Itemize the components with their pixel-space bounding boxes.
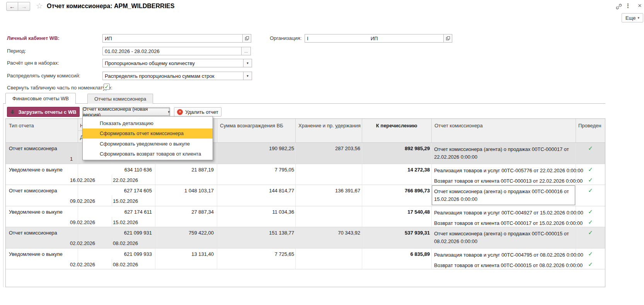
cell-sales-sum: 759 422,00 — [155, 230, 214, 236]
header-report-type[interactable]: Тип отчета — [6, 119, 78, 142]
tab-commissioner-reports[interactable]: Отчеты комиссионера — [87, 94, 153, 104]
menu-item-show-details[interactable]: Показать детализацию — [83, 118, 213, 129]
menu-item-create-buyout-notice[interactable]: Сформировать уведомление о выкупе — [83, 139, 213, 149]
doc-link[interactable]: Возврат товаров от клиента 00ТС-000015 о… — [434, 262, 583, 269]
cell-report-number: 627 174 611 — [78, 209, 152, 215]
close-icon[interactable]: × — [638, 2, 642, 10]
cell-posted: ✓ ✓ — [576, 206, 605, 227]
posted-check-icon: ✓ — [576, 187, 605, 194]
cell-date-to: 15.02.2026 — [113, 198, 138, 204]
table-body: Отчет комиссионера 1 190 982,25 287 203,… — [6, 143, 605, 269]
doc-link[interactable]: Реализация товаров и услуг 00ТС-005776 о… — [434, 167, 583, 175]
get-link-icon[interactable] — [615, 3, 622, 11]
collapse-checkbox[interactable]: ✓ — [104, 84, 110, 90]
nav-history-group: ← → — [6, 2, 30, 11]
period-field[interactable] — [102, 47, 242, 55]
set-prices-select[interactable] — [102, 59, 244, 67]
chevron-down-icon: ▾ — [247, 61, 249, 65]
kebab-menu-icon[interactable]: ⋮ — [625, 2, 631, 9]
posted-check-icon: ✓ — [576, 261, 605, 268]
cell-sales-sum: 27 887,34 — [155, 209, 214, 215]
menu-item-create-client-return[interactable]: Сформировать возврат товаров от клиента — [83, 149, 213, 159]
cell-posted: ✓ ✓ — [576, 248, 605, 269]
cell-transfer-sum: 766 896,73 — [362, 188, 430, 194]
more-button[interactable]: Еще ▾ — [622, 13, 643, 22]
distribute-dropdown-button[interactable]: ▾ — [244, 72, 252, 80]
header-storage[interactable]: Хранение и пр. удержания — [295, 119, 362, 142]
open-ref-icon — [245, 36, 249, 41]
delete-circle-icon: ✕ — [177, 109, 183, 115]
distribute-select[interactable] — [102, 72, 244, 80]
menu-item-create-commissioner-report[interactable]: Сформировать отчет комиссионера — [83, 129, 213, 139]
header-posted[interactable]: Проведен — [576, 119, 605, 142]
distribute-label: Распределять сумму комиссий: — [7, 73, 80, 79]
distribute-value[interactable] — [103, 72, 243, 80]
cell-commissioner-docs: Реализация товаров и услуг 00ТС-004927 о… — [434, 206, 572, 227]
header-commissioner-report[interactable]: Отчет комиссионера — [431, 119, 576, 142]
cell-reward-sum: 151 138,77 — [217, 230, 294, 236]
header-separator — [431, 119, 432, 143]
chevron-down-icon: ▾ — [247, 74, 249, 78]
collapse-row: Свернуть табличную часть по номенклатуре… — [0, 84, 644, 92]
report-version-menu-button[interactable]: Отчет комиссионера (новая версия) ▾ — [82, 107, 170, 117]
doc-link[interactable]: Возврат товаров от клиента 00ТС-000017 о… — [434, 219, 583, 227]
delete-report-button[interactable]: ✕ Удалить отчет — [174, 107, 221, 117]
cell-report-type: Отчет комиссионера — [9, 230, 57, 236]
organization-field[interactable]: I ИП — [305, 34, 444, 43]
cell-storage-sum: 136 391,67 — [295, 188, 360, 194]
forward-button[interactable]: → — [18, 2, 30, 11]
posted-check-icon: ✓ — [576, 176, 605, 183]
cell-transfer-sum: 14 272,38 — [362, 167, 430, 173]
doc-link[interactable]: Реализация товаров и услуг 00ТС-004927 о… — [434, 209, 583, 217]
header-separator — [78, 119, 78, 143]
cell-date-from: 09.02.2026 — [70, 198, 95, 204]
posted-check-icon: ✓ — [576, 208, 605, 215]
cell-sales-sum: 21 887,19 — [155, 167, 214, 173]
table-row[interactable]: Отчет комиссионера 621 099 931 02.02.202… — [6, 227, 605, 248]
table-row[interactable]: Уведомление о выкупе 627 174 611 09.02.2… — [6, 206, 605, 228]
cell-report-type: Уведомление о выкупе — [9, 167, 63, 173]
tab-financial-reports-wb[interactable]: Финансовые отчеты WB — [5, 93, 76, 104]
wb-account-open-button[interactable] — [243, 34, 251, 43]
page-title: Отчет комиссионера: APM_WILDBERRIES — [47, 3, 174, 10]
delete-report-label: Удалить отчет — [185, 109, 218, 115]
cell-reward-sum: 11 034,36 — [217, 209, 294, 215]
set-prices-dropdown-button[interactable]: ▾ — [244, 59, 252, 67]
cell-commissioner-docs: Отчет комиссионера (агента) о продажах 0… — [434, 227, 572, 248]
load-reports-button[interactable]: Загрузить отчеты с WB — [7, 107, 80, 117]
cell-report-number: 621 099 931 — [78, 230, 152, 236]
back-button[interactable]: ← — [6, 2, 18, 11]
doc-link[interactable]: Отчет комиссионера (агента) о продажах 0… — [434, 230, 572, 245]
cell-posted: ✓ — [576, 227, 605, 248]
period-choose-button[interactable]: ... — [242, 47, 251, 55]
wb-account-row: Личный кабинет WB: Организация: I ИП — [0, 34, 644, 43]
posted-check-icon: ✓ — [576, 229, 605, 236]
doc-link[interactable]: Возврат товаров от клиента 00ТС-000013 о… — [434, 177, 583, 185]
doc-link[interactable]: Реализация товаров и услуг 00ТС-004795 о… — [434, 251, 583, 259]
group-left-border — [3, 104, 3, 287]
header-transfer[interactable]: К перечислению — [362, 119, 431, 142]
wb-account-field[interactable] — [102, 34, 243, 43]
cell-storage-sum: 70 343,92 — [295, 230, 360, 236]
posted-check-icon: ✓ — [576, 219, 605, 226]
cell-report-type: Отчет комиссионера — [9, 188, 57, 194]
organization-value-start: I — [307, 36, 308, 41]
wb-account-input[interactable] — [103, 34, 242, 42]
table-row[interactable]: Уведомление о выкупе 621 099 933 02.02.2… — [6, 248, 605, 270]
table-row[interactable]: Уведомление о выкупе 634 110 636 16.02.2… — [6, 164, 605, 185]
doc-link[interactable]: Отчет комиссионера (агента) о продажах 0… — [434, 146, 572, 161]
doc-link[interactable]: Отчет комиссионера (агента) о продажах 0… — [434, 188, 572, 203]
period-input[interactable] — [103, 47, 241, 55]
table-row[interactable]: Отчет комиссионера 627 174 605 09.02.202… — [6, 185, 605, 206]
set-prices-value[interactable] — [103, 59, 243, 67]
cell-report-number: 634 110 636 — [78, 167, 152, 173]
back-arrow-icon: ← — [9, 3, 15, 10]
cell-report-type: Уведомление о выкупе — [9, 209, 63, 215]
cell-posted: ✓ — [576, 143, 605, 164]
favorite-star-icon[interactable]: ☆ — [36, 1, 43, 10]
header-reward[interactable]: Сумма вознаграждения ВБ — [217, 119, 295, 142]
cell-report-type: Уведомление о выкупе — [9, 251, 63, 257]
organization-open-button[interactable] — [444, 34, 452, 43]
cell-date-from: 09.02.2026 — [70, 219, 95, 225]
cell-sales-sum: 1 048 103,17 — [155, 188, 214, 194]
